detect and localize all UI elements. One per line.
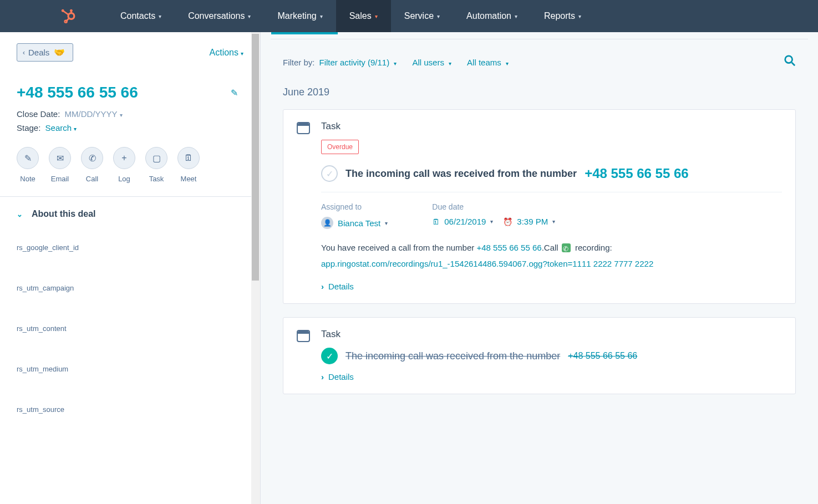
task-checkbox[interactable]: ✓	[321, 165, 338, 182]
svg-point-7	[785, 56, 792, 63]
chevron-down-icon: ▾	[515, 13, 517, 19]
note-icon: ✎	[24, 153, 32, 164]
plus-icon: +	[121, 153, 126, 163]
card-type-label: Task	[321, 329, 782, 340]
chevron-down-icon: ⌄	[17, 210, 23, 218]
svg-point-0	[68, 13, 74, 19]
log-button[interactable]: +Log	[113, 147, 135, 183]
chevron-down-icon: ▾	[159, 13, 161, 19]
task-title-number: +48 555 66 55 66	[568, 351, 637, 361]
task-card-icon	[297, 122, 310, 134]
chevron-down-icon: ▾	[74, 126, 77, 132]
chevron-down-icon: ▾	[385, 220, 388, 226]
task-icon: ▢	[153, 153, 161, 164]
task-description: You have received a call from the number…	[321, 240, 782, 272]
filter-activity-dropdown[interactable]: Filter activity (9/11) ▾	[319, 58, 397, 67]
task-title: The incoming call was received from the …	[346, 350, 560, 362]
nav-service[interactable]: Service▾	[391, 0, 453, 32]
property-item[interactable]: rs_utm_content	[17, 314, 243, 355]
chevron-down-icon: ▾	[437, 13, 440, 19]
email-button[interactable]: ✉Email	[49, 147, 71, 183]
details-toggle[interactable]: ›Details	[321, 372, 782, 381]
task-button[interactable]: ▢Task	[145, 147, 167, 183]
details-toggle[interactable]: ›Details	[321, 282, 782, 291]
search-icon[interactable]	[784, 54, 796, 70]
due-date-picker[interactable]: 🗓 06/21/2019 ▾	[432, 217, 493, 226]
chevron-down-icon: ▾	[394, 60, 397, 67]
chevron-down-icon: ▾	[449, 60, 451, 67]
recording-link[interactable]: app.ringostat.com/recordings/ru1_-154261…	[321, 259, 653, 268]
chevron-down-icon: ▾	[120, 112, 123, 118]
nav-marketing[interactable]: Marketing▾	[264, 0, 336, 32]
nav-sales[interactable]: Sales▾	[336, 0, 391, 32]
about-section-toggle[interactable]: ⌄ About this deal	[17, 209, 243, 219]
card-type-label: Task	[321, 121, 782, 132]
call-button[interactable]: ✆Call	[81, 147, 103, 183]
property-item[interactable]: rs_google_client_id	[17, 233, 243, 274]
task-card: Task ✓ The incoming call was received fr…	[283, 317, 796, 394]
svg-point-4	[62, 9, 64, 12]
hubspot-logo[interactable]	[61, 8, 77, 24]
svg-line-8	[792, 63, 795, 66]
chevron-down-icon: ▾	[490, 218, 493, 225]
back-deals-button[interactable]: ‹ Deals 🤝	[17, 43, 73, 62]
due-date-label: Due date	[432, 202, 555, 211]
deal-title: +48 555 66 55 66	[17, 84, 138, 101]
top-nav: Contacts▾ Conversations▾ Marketing▾ Sale…	[0, 0, 818, 32]
handshake-icon: 🤝	[54, 47, 65, 58]
chevron-down-icon: ▾	[506, 60, 509, 67]
calendar-icon: 🗓	[184, 153, 193, 163]
month-heading: June 2019	[283, 86, 796, 98]
phone-link[interactable]: +48 555 66 55 66	[476, 243, 541, 252]
main-panel: Filter by: Filter activity (9/11) ▾ All …	[261, 32, 818, 504]
chevron-right-icon: ›	[321, 372, 324, 381]
task-title: The incoming call was received from the …	[346, 168, 577, 180]
property-item[interactable]: rs_utm_medium	[17, 355, 243, 395]
property-item[interactable]: rs_utm_campaign	[17, 274, 243, 314]
nav-contacts[interactable]: Contacts▾	[107, 0, 175, 32]
ringostat-icon	[562, 243, 571, 252]
chevron-down-icon: ▾	[241, 50, 243, 57]
scrollbar[interactable]	[251, 32, 260, 504]
pencil-icon[interactable]: ✎	[231, 88, 238, 98]
email-icon: ✉	[57, 153, 64, 164]
calendar-icon: 🗓	[432, 217, 440, 226]
meet-button[interactable]: 🗓Meet	[177, 147, 200, 183]
filter-users-dropdown[interactable]: All users ▾	[412, 58, 451, 67]
clock-icon: ⏰	[503, 217, 512, 226]
chevron-right-icon: ›	[321, 282, 324, 291]
chevron-down-icon: ▾	[552, 218, 555, 225]
chevron-down-icon: ▾	[375, 13, 378, 19]
sidebar: ‹ Deals 🤝 Actions▾ +48 555 66 55 66 ✎ Cl…	[0, 32, 261, 504]
property-item[interactable]: rs_utm_source	[17, 395, 243, 436]
filter-by-label: Filter by:	[283, 58, 315, 67]
nav-conversations[interactable]: Conversations▾	[175, 0, 264, 32]
stage-dropdown[interactable]: Search▾	[45, 123, 77, 133]
chevron-down-icon: ▾	[578, 13, 581, 19]
due-time-picker[interactable]: ⏰ 3:39 PM ▾	[503, 217, 555, 226]
task-card: Task Overdue ✓ The incoming call was rec…	[283, 109, 796, 304]
chevron-down-icon: ▾	[248, 13, 251, 19]
phone-icon: ✆	[89, 153, 96, 164]
note-button[interactable]: ✎Note	[17, 147, 39, 183]
close-date-field: Close Date: MM/DD/YYYY▾	[17, 109, 243, 119]
nav-reports[interactable]: Reports▾	[531, 0, 595, 32]
avatar-icon: 👤	[321, 217, 333, 229]
filter-teams-dropdown[interactable]: All teams ▾	[467, 58, 509, 67]
chevron-left-icon: ‹	[23, 49, 25, 57]
close-date-picker[interactable]: MM/DD/YYYY▾	[65, 109, 123, 119]
filter-bar: Filter by: Filter activity (9/11) ▾ All …	[283, 54, 796, 70]
nav-automation[interactable]: Automation▾	[453, 0, 531, 32]
overdue-badge: Overdue	[321, 140, 359, 154]
tab-indicator	[271, 32, 338, 34]
stage-field: Stage: Search▾	[17, 123, 243, 133]
chevron-down-icon: ▾	[320, 13, 323, 19]
task-checkbox-done[interactable]: ✓	[321, 348, 338, 364]
actions-dropdown[interactable]: Actions▾	[210, 48, 243, 58]
assigned-label: Assigned to	[321, 202, 388, 211]
assigned-to-dropdown[interactable]: 👤 Bianca Test ▾	[321, 217, 388, 229]
task-title-number: +48 555 66 55 66	[585, 166, 689, 181]
task-card-icon	[297, 330, 310, 342]
